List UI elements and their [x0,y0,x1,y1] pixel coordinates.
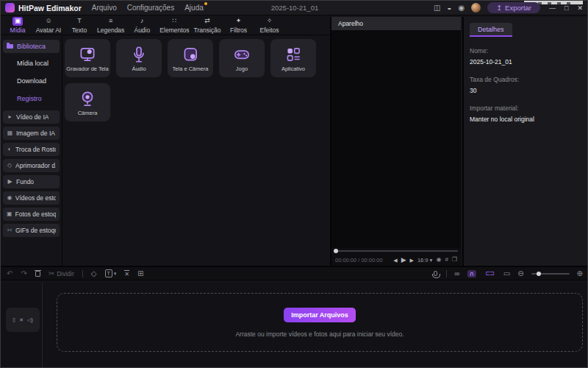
library-label: Biblioteca [17,43,46,50]
preview-video-area [331,30,461,248]
card-label: Áudio [132,66,146,72]
notification-dot [204,2,207,5]
sidebar-item-ai-image[interactable]: ▦Imagem de IA [3,127,60,140]
details-panel: Detalhes Nome: 2025-10-21_01 Taxa de Qua… [462,17,588,266]
track-hide-icon[interactable]: ✕ [19,317,24,322]
text-icon: T [74,17,85,26]
split-button[interactable]: ✂Dividir [49,270,74,277]
card-screen-and-camera[interactable]: Tela e Câmera [168,39,213,77]
sidebar-item-stock-videos[interactable]: ◉Vídeos de esto... [3,191,60,205]
effects-icon: ✧ [265,17,275,26]
tab-details[interactable]: Detalhes [470,23,512,37]
sidebar-item-record[interactable]: Registro [1,90,62,107]
import-files-button[interactable]: Importar Arquivos [284,308,356,322]
sidebar-item-local-media[interactable]: Mídia local [1,54,62,72]
zoom-slider-knob[interactable] [537,272,541,276]
sidebar-item-library[interactable]: Biblioteca [3,40,60,53]
sidebar-item-background[interactable]: ▶Fundo [3,175,60,188]
aspect-ratio-select[interactable]: 16:9 ▾ [417,257,432,263]
card-game-recorder[interactable]: Jogo [219,39,265,77]
ribbon-tabbar: ▣Mídia ☺Avatar AI TTexto ≡Legendas ♪Áudi… [1,15,330,35]
export-button[interactable]: ↥Exportar [487,2,540,13]
tab-filters[interactable]: ✦Filtros [223,17,254,34]
media-dropzone[interactable]: Importar Arquivos Arraste ou importe víd… [57,293,583,352]
card-app-recorder[interactable]: Aplicativo [270,39,316,77]
ai-image-icon: ▦ [7,130,13,136]
stock-photo-icon: ▣ [7,211,12,217]
tab-audio[interactable]: ♪Áudio [126,17,157,34]
sidebar-item-ai-video[interactable]: ▸Vídeo de IA [3,110,60,124]
track-view-icon[interactable]: ▭ [503,270,510,277]
card-audio-recorder[interactable]: Áudio [116,39,162,77]
scrubber-knob[interactable] [334,249,338,253]
card-camera-recorder[interactable]: Câmera [65,83,110,121]
field-name: Nome: 2025-10-21_01 [470,47,588,66]
preview-source-header: Aparelho [331,17,461,30]
account-icon[interactable]: ◉ [458,4,465,12]
tab-label: Transição [194,26,221,34]
microphone-icon [129,45,148,64]
tab-label: Legendas [97,26,124,34]
magnet-snap-icon[interactable]: ∪ [467,270,476,277]
next-frame-button[interactable]: ▶ [410,258,414,263]
preview-controls: 00:00:00 / 00:00:00 ◀ ▶ ▶ 16:9 ▾ ◉ # ❐ [331,254,461,266]
menu-help[interactable]: Ajuda [184,4,204,12]
scrubber-track [334,250,458,252]
subtitles-icon: ≡ [106,17,116,26]
tab-subtitles[interactable]: ≡Legendas [95,17,126,34]
menu-settings[interactable]: Configurações [127,4,174,12]
remove-captions-icon[interactable]: ✕ [124,270,129,277]
card-screen-recorder[interactable]: Gravador de Tela [65,39,110,77]
tab-elements[interactable]: ∷Elementos [157,17,191,34]
add-track-icon[interactable]: ⊞ [137,270,143,277]
zoom-in-icon[interactable]: ⊕ [577,270,583,277]
tab-text[interactable]: TTexto [64,17,95,34]
media-icon: ▣ [12,17,23,26]
tab-effects[interactable]: ✧Efeitos [254,17,285,34]
chevron-right-icon: ▶ [7,179,13,185]
grid-icon[interactable]: # [445,257,448,263]
pill-label: Vídeos de esto... [15,194,56,202]
sidebar-item-stock-photos[interactable]: ▣Fotos de estoque [3,208,60,221]
tab-avatar-ai[interactable]: ☺Avatar AI [33,17,64,34]
user-avatar[interactable] [471,3,481,13]
sidebar-item-face-swap[interactable]: ◐Troca de Rostos [3,143,60,156]
delete-icon[interactable] [35,271,40,277]
close-button[interactable]: ✕ [577,4,583,12]
track-lock-icon[interactable]: ▯ [12,317,15,322]
sidebar-item-stock-gifs[interactable]: ∺GIFs de estoque [3,224,60,237]
layout-icon[interactable]: ◫ [434,4,440,12]
media-sidebar: Biblioteca Mídia local Download Registro… [1,35,62,266]
marker-icon[interactable]: ◇ [91,270,97,277]
audio-icon: ♪ [137,17,147,26]
play-button[interactable]: ▶ [401,257,406,263]
prev-frame-button[interactable]: ◀ [393,258,397,263]
minimize-button[interactable]: — [549,4,556,12]
app-title: HitPaw Edimakor [18,4,82,13]
sidebar-item-download[interactable]: Download [1,72,62,90]
undo-icon[interactable]: ↶ [7,270,12,277]
keyframe-icon[interactable]: ⊏⊐ [483,270,495,277]
preview-scrubber[interactable] [331,248,461,254]
speech-to-text-button[interactable]: T▾ [105,269,117,277]
timeline-toolbar: ↶ ↷ ✂Dividir ◇ T▾ ✕ ⊞ ∞ ∪ ⊏⊐ ▭ ⊖ ⊕ [1,266,588,280]
zoom-out-icon[interactable]: ⊖ [517,270,523,277]
export-arrow-icon: ↥ [496,4,502,12]
feedback-icon[interactable]: ◒ [447,4,451,12]
snapshot-icon[interactable]: ◉ [436,257,441,263]
timeline-zoom-slider[interactable] [531,273,570,275]
card-label: Aplicativo [282,66,305,72]
voiceover-mic-icon[interactable] [434,271,437,276]
folder-icon [7,44,13,49]
field-import-material: Importar material: Manter no local origi… [470,105,588,123]
track-mute-icon[interactable]: ◁) [27,317,33,322]
app-logo-icon [5,3,15,13]
sidebar-item-enhancer[interactable]: ◇Aprimorador d... [3,159,60,172]
tab-transition[interactable]: ⇄Transição [192,17,223,34]
tab-media[interactable]: ▣Mídia [2,17,33,34]
link-clips-icon[interactable]: ∞ [454,270,459,277]
maximize-button[interactable]: □ [564,4,568,12]
redo-icon[interactable]: ↷ [21,270,26,277]
menu-file[interactable]: Arquivo [92,4,117,12]
fullscreen-icon[interactable]: ❐ [452,257,457,263]
